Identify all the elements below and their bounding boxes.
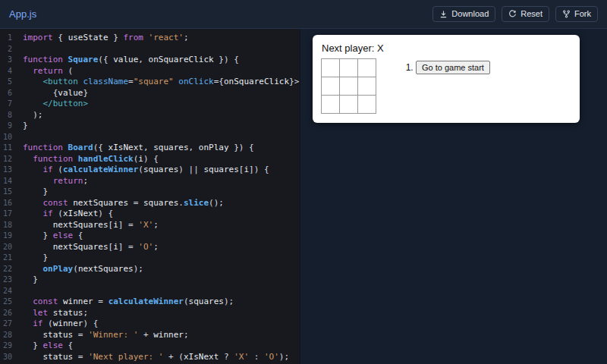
- code-token: calculateWinner: [109, 297, 184, 306]
- code-token: }: [23, 275, 38, 284]
- code-token: return: [33, 66, 63, 76]
- move-item: Go to game start: [416, 61, 490, 74]
- code-token: =: [73, 330, 88, 340]
- code-token: onSquareClick: [224, 77, 289, 86]
- code-token: ;: [83, 308, 89, 318]
- code-text: function Square({ value, onSquareClick }…: [23, 55, 239, 66]
- app-window: App.js Download Reset: [0, 0, 607, 364]
- board-square[interactable]: [321, 95, 340, 114]
- code-token: [48, 308, 53, 318]
- code-text: nextSquares[i] = 'O';: [23, 242, 159, 253]
- code-token: ,: [189, 143, 199, 152]
- code-token: nextSquares: [53, 220, 109, 230]
- code-text: nextSquares[i] = 'X';: [23, 220, 159, 231]
- code-token: 'X': [138, 220, 153, 230]
- move-button[interactable]: Go to game start: [416, 61, 490, 74]
- code-token: 'X': [234, 352, 249, 362]
- line-number: 16: [0, 198, 23, 209]
- code-token: +: [138, 330, 153, 340]
- reset-button[interactable]: Reset: [502, 6, 549, 22]
- code-token: calculateWinner: [63, 165, 138, 174]
- line-number: 18: [0, 220, 23, 231]
- code-token: [63, 55, 68, 64]
- header-actions: Download Reset: [432, 6, 598, 22]
- board-square[interactable]: [321, 58, 340, 77]
- code-line: 6 {value}: [0, 88, 300, 99]
- code-token: [23, 66, 33, 76]
- code-token: xIsNext: [63, 209, 98, 218]
- code-token: const: [43, 198, 68, 208]
- code-token: ;: [184, 330, 189, 340]
- code-token: i: [113, 242, 118, 252]
- code-lines: 1import { useState } from 'react';23func…: [0, 33, 300, 362]
- code-text: }: [23, 275, 38, 286]
- code-token: ,: [138, 55, 148, 64]
- button-label: Reset: [521, 10, 543, 18]
- code-line: 24: [0, 286, 300, 297]
- code-token: squares: [189, 297, 224, 306]
- board-square[interactable]: [357, 58, 376, 77]
- code-text: function handleClick(i) {: [23, 154, 159, 165]
- code-token: [23, 352, 43, 362]
- code-text: <button className="square" onClick={onSq…: [23, 77, 299, 88]
- code-token: [23, 165, 43, 174]
- code-text: let status;: [23, 308, 88, 319]
- preview-card: Next player: X Go to game start: [313, 35, 580, 123]
- code-token: =: [93, 297, 109, 306]
- code-line: 20 nextSquares[i] = 'O';: [0, 242, 300, 253]
- code-token: winner: [63, 297, 93, 306]
- code-token: winner: [153, 330, 184, 340]
- code-text: status = 'Next player: ' + (xIsNext ? 'X…: [23, 352, 289, 363]
- code-line: 30 status = 'Next player: ' + (xIsNext ?…: [0, 352, 300, 363]
- code-token: onPlay: [199, 143, 229, 152]
- board-square[interactable]: [357, 77, 376, 96]
- board-square[interactable]: [339, 95, 358, 114]
- code-token: .: [178, 198, 184, 208]
- code-token: );: [224, 297, 234, 306]
- code-token: else: [43, 340, 64, 350]
- code-token: [23, 209, 43, 218]
- code-token: ={: [214, 77, 224, 86]
- code-token: [23, 242, 53, 252]
- code-token: status: [53, 308, 83, 318]
- board-square[interactable]: [339, 77, 358, 96]
- line-number: 22: [0, 264, 23, 275]
- code-token: 'Next player: ': [88, 352, 163, 362]
- code-token: );: [134, 264, 143, 274]
- code-line: 8 );: [0, 110, 300, 121]
- line-number: 6: [0, 88, 23, 99]
- code-line: 23 }: [0, 275, 300, 286]
- line-number: 24: [0, 286, 23, 297]
- download-button[interactable]: Download: [432, 6, 495, 22]
- code-token: return: [53, 176, 83, 186]
- code-text: if (winner) {: [23, 318, 98, 330]
- game-status: Next player: X: [322, 42, 571, 54]
- code-editor[interactable]: 1import { useState } from 'react';23func…: [0, 29, 300, 364]
- code-token: [143, 33, 149, 42]
- code-token: ({: [98, 55, 113, 64]
- code-token: squares: [143, 165, 178, 174]
- fork-button[interactable]: Fork: [555, 6, 598, 22]
- code-line: 14 return;: [0, 176, 300, 187]
- line-number: 9: [0, 121, 23, 132]
- code-line: 4 return (: [0, 66, 300, 77]
- line-number: 14: [0, 176, 23, 187]
- code-token: onPlay: [43, 264, 74, 274]
- code-token: [23, 264, 43, 274]
- code-text: } else {: [23, 231, 83, 242]
- board-square[interactable]: [339, 58, 358, 77]
- code-token: {: [73, 231, 83, 240]
- code-line: 15 }: [0, 187, 300, 198]
- code-token: :: [249, 352, 264, 362]
- code-text: return (: [23, 66, 73, 77]
- code-text: }: [23, 121, 28, 132]
- code-token: onClick: [178, 77, 213, 86]
- code-line: 26 let status;: [0, 308, 300, 319]
- file-tab[interactable]: App.js: [9, 8, 36, 20]
- line-number: 30: [0, 352, 23, 363]
- board-square[interactable]: [357, 95, 376, 114]
- code-token: ,: [143, 143, 153, 152]
- code-line: 19 } else {: [0, 231, 300, 242]
- code-token: if: [43, 165, 53, 174]
- board-square[interactable]: [321, 77, 340, 96]
